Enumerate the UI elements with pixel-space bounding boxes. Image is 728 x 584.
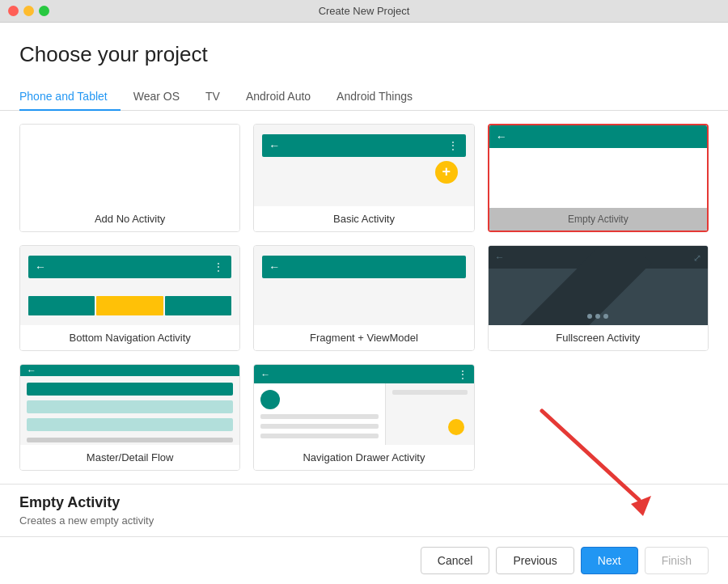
card-preview-fullscreen: ← ⤢ [489, 246, 708, 326]
nav-item-2 [96, 296, 163, 315]
md-line-1 [27, 438, 233, 442]
md-lines [27, 438, 233, 445]
card-preview-nav-drawer: ← ⋮ [254, 365, 473, 445]
nav-drawer-layout: ← ⋮ [254, 365, 473, 445]
page-title: Choose your project [19, 42, 709, 67]
title-bar: Create New Project [0, 0, 728, 23]
svg-line-0 [489, 246, 634, 326]
empty-body [489, 148, 707, 208]
tab-android-things[interactable]: Android Things [324, 83, 425, 111]
cancel-button[interactable]: Cancel [421, 547, 490, 574]
tab-tv[interactable]: TV [193, 83, 233, 111]
nd-drawer [254, 383, 386, 445]
card-preview-fragment: ← [254, 246, 473, 326]
nd-main-line [392, 390, 468, 395]
nd-main [386, 383, 474, 445]
md-item-3 [27, 418, 233, 431]
back-arrow-icon: ← [496, 130, 507, 143]
md-topbar: ← [20, 365, 239, 376]
selected-activity-description: Creates a new empty activity [19, 514, 709, 527]
tab-bar: Phone and Tablet Wear OS TV Android Auto… [0, 83, 728, 111]
card-preview-master-detail: ← [20, 365, 239, 445]
info-panel: Empty Activity Creates a new empty activ… [0, 484, 728, 536]
card-preview-no-activity [20, 125, 239, 206]
selected-activity-title: Empty Activity [19, 494, 709, 511]
card-label-no-activity: Add No Activity [20, 206, 239, 231]
card-empty-activity[interactable]: ← Empty Activity [488, 124, 709, 232]
empty-topbar: ← [489, 125, 707, 148]
card-label-fragment: Fragment + ViewModel [254, 325, 473, 350]
content-area: Add No Activity ← ⋮ + Basic Activity ← [6, 111, 722, 484]
dot-3 [603, 314, 608, 319]
previous-button[interactable]: Previous [496, 547, 574, 574]
dot-2 [595, 314, 600, 319]
window-controls [8, 6, 49, 16]
card-fullscreen[interactable]: ← ⤢ Fullscreen Activity [488, 245, 709, 352]
menu-dots-icon: ⋮ [448, 140, 459, 151]
empty-activity-label-text: Empty Activity [568, 214, 629, 225]
bottom-dots [587, 314, 608, 319]
menu-dots-icon: ⋮ [214, 261, 225, 273]
card-master-detail[interactable]: ← Maste [19, 364, 240, 471]
card-label-master-detail: Master/Detail Flow [20, 445, 239, 470]
card-fragment-viewmodel[interactable]: ← Fragment + ViewModel [253, 245, 474, 352]
md-item-2 [27, 400, 233, 413]
card-preview-empty: ← Empty Activity [489, 125, 707, 231]
card-preview-bottom-nav: ← ⋮ [20, 246, 239, 326]
empty-label: Empty Activity [489, 208, 707, 231]
close-button[interactable] [8, 6, 19, 16]
dialog-footer: Cancel Previous Next Finish [0, 536, 728, 584]
nav-item-1 [28, 296, 95, 315]
nd-line-2 [260, 424, 379, 429]
tab-wear-os[interactable]: Wear OS [121, 83, 193, 111]
tab-android-auto[interactable]: Android Auto [233, 83, 324, 111]
nav-item-3 [165, 296, 231, 315]
finish-button[interactable]: Finish [645, 547, 709, 574]
window-title: Create New Project [319, 5, 410, 17]
back-arrow-icon: ← [35, 260, 46, 273]
card-bottom-navigation[interactable]: ← ⋮ Bottom Navigation Activity [19, 245, 240, 352]
card-basic-activity[interactable]: ← ⋮ + Basic Activity [253, 124, 474, 232]
nd-line-3 [260, 434, 379, 438]
bottom-nav-bar [28, 296, 231, 315]
dot-1 [587, 314, 592, 319]
back-arrow-icon: ← [269, 139, 280, 152]
back-arrow-icon: ← [269, 260, 280, 273]
dialog-header: Choose your project [0, 23, 728, 83]
card-navigation-drawer[interactable]: ← ⋮ [253, 364, 474, 471]
maximize-button[interactable] [39, 6, 49, 16]
md-item-1 [27, 383, 233, 396]
nd-content [254, 383, 473, 445]
nd-line-1 [260, 414, 379, 419]
back-arrow-icon: ← [27, 365, 36, 376]
dialog: Choose your project Phone and Tablet Wea… [0, 23, 728, 584]
card-label-basic: Basic Activity [254, 206, 473, 231]
tab-phone-tablet[interactable]: Phone and Tablet [19, 83, 121, 111]
card-preview-basic: ← ⋮ + [254, 125, 473, 206]
fab-icon: + [435, 161, 458, 184]
master-detail-layout: ← [20, 365, 239, 445]
card-no-activity[interactable]: Add No Activity [19, 124, 240, 232]
back-arrow-icon: ← [260, 369, 270, 380]
next-button[interactable]: Next [581, 547, 638, 574]
activity-grid: Add No Activity ← ⋮ + Basic Activity ← [6, 111, 722, 484]
card-label-bottom-nav: Bottom Navigation Activity [20, 325, 239, 350]
nd-topbar: ← ⋮ [254, 365, 473, 383]
minimize-button[interactable] [23, 6, 34, 16]
md-content [20, 376, 239, 445]
card-label-fullscreen: Fullscreen Activity [489, 325, 708, 350]
nd-fab [448, 419, 464, 435]
card-label-nav-drawer: Navigation Drawer Activity [254, 445, 473, 470]
menu-dots-icon: ⋮ [458, 369, 468, 380]
nd-avatar [260, 390, 280, 409]
